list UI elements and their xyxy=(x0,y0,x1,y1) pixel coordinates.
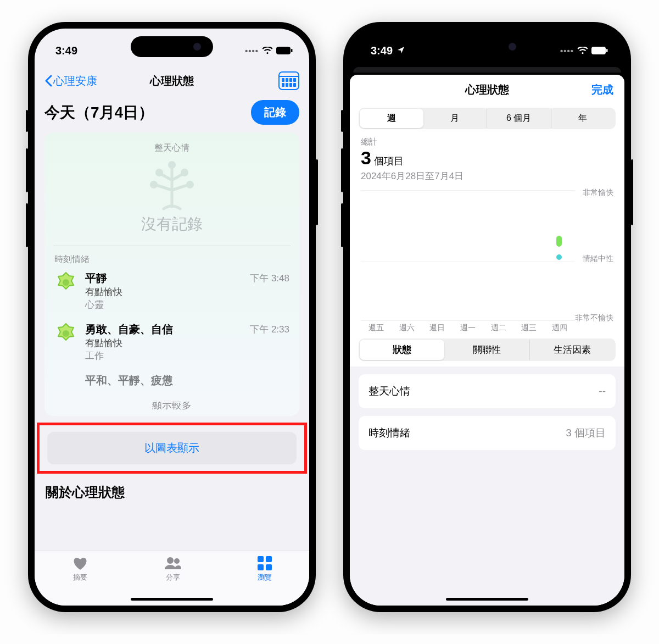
home-indicator[interactable] xyxy=(446,598,528,601)
grid-icon xyxy=(258,556,272,570)
seg-week[interactable]: 週 xyxy=(360,109,423,128)
entry-subtitle: 有點愉快 xyxy=(85,337,242,349)
svg-rect-12 xyxy=(266,556,272,562)
chevron-left-icon xyxy=(44,75,52,87)
highlight-box: 以圖表顯示 xyxy=(37,423,307,474)
mood-entry[interactable]: 平靜 有點愉快 心靈 下午 3:48 xyxy=(54,271,289,311)
entry-tag: 工作 xyxy=(85,349,242,362)
chart-point xyxy=(556,254,562,260)
mood-entry[interactable]: 勇敢、自豪、自信 有點愉快 工作 下午 2:33 xyxy=(54,322,289,362)
seg-month[interactable]: 月 xyxy=(423,109,487,128)
tab-bar: 摘要 分享 瀏覽 xyxy=(35,550,309,606)
dynamic-island xyxy=(131,36,213,57)
people-icon xyxy=(164,556,182,570)
tab-share[interactable]: 分享 xyxy=(164,556,182,582)
svg-rect-13 xyxy=(258,564,264,570)
location-icon xyxy=(397,46,405,54)
time-range-segmented: 週 月 6 個月 年 xyxy=(359,108,616,129)
done-button[interactable]: 完成 xyxy=(591,82,613,97)
x-tick: 週六 xyxy=(392,323,422,333)
tab-label: 瀏覽 xyxy=(258,573,272,582)
flower-icon xyxy=(54,373,77,396)
svg-point-9 xyxy=(167,557,174,564)
sheet-title: 心理狀態 xyxy=(465,82,509,97)
flower-icon xyxy=(54,271,77,294)
today-title: 今天（7月4日） xyxy=(44,102,154,123)
record-button[interactable]: 記錄 xyxy=(251,100,299,125)
svg-point-10 xyxy=(174,558,180,564)
x-tick: 週二 xyxy=(483,323,514,333)
wifi-icon xyxy=(262,47,273,54)
svg-rect-11 xyxy=(258,556,264,562)
view-mode-segmented: 狀態 關聯性 生活因素 xyxy=(359,338,616,361)
tab-browse[interactable]: 瀏覽 xyxy=(258,556,272,582)
status-time: 3:49 xyxy=(371,45,405,57)
phone-right: 3:49 •••• 心理狀態 完成 週 xyxy=(343,22,631,612)
seg-state[interactable]: 狀態 xyxy=(360,340,444,360)
svg-rect-16 xyxy=(606,49,608,52)
summary-date-range: 2024年6月28日至7月4日 xyxy=(361,170,613,182)
seg-correlation[interactable]: 關聯性 xyxy=(444,340,529,360)
stat-allday[interactable]: 整天心情 -- xyxy=(359,374,616,408)
svg-rect-14 xyxy=(266,564,272,570)
nav-bar: 心理安康 心理狀態 xyxy=(35,67,309,95)
entry-title: 平和、平靜、疲憊 xyxy=(85,373,289,388)
seg-6month[interactable]: 6 個月 xyxy=(487,109,551,128)
summary-count: 3 個項目 xyxy=(361,147,613,169)
status-time: 3:49 xyxy=(55,45,77,57)
svg-rect-15 xyxy=(591,47,606,54)
mood-entry[interactable]: 平和、平靜、疲憊 xyxy=(54,373,289,396)
stats-section: 整天心情 -- 時刻情緒 3 個項目 xyxy=(350,367,624,606)
entry-time: 下午 3:48 xyxy=(250,272,289,285)
stat-moment[interactable]: 時刻情緒 3 個項目 xyxy=(359,416,616,450)
x-tick: 週日 xyxy=(422,323,453,333)
tab-label: 摘要 xyxy=(73,573,87,582)
entry-time: 下午 2:33 xyxy=(250,323,289,336)
stat-label: 整天心情 xyxy=(368,384,410,398)
x-tick: 週三 xyxy=(514,323,545,333)
tab-summary[interactable]: 摘要 xyxy=(72,556,88,582)
no-record-label: 沒有記錄 xyxy=(54,214,289,235)
summary-block: 總計 3 個項目 2024年6月28日至7月4日 xyxy=(350,132,624,182)
about-heading: 關於心理狀態 xyxy=(46,484,298,501)
svg-rect-1 xyxy=(291,49,293,52)
back-label: 心理安康 xyxy=(53,74,97,88)
tree-icon xyxy=(54,158,289,210)
wifi-icon xyxy=(577,47,588,54)
tab-label: 分享 xyxy=(166,573,180,582)
x-axis: 週五 週六 週日 週一 週二 週三 週四 xyxy=(361,323,575,333)
battery-icon xyxy=(276,47,293,54)
entry-title: 勇敢、自豪、自信 xyxy=(85,322,242,337)
mood-chart[interactable]: 非常愉快 情緒中性 非常不愉快 週五 週六 週日 週一 週二 週三 週四 xyxy=(361,190,613,333)
y-label-mid: 情緒中性 xyxy=(583,254,613,264)
y-label-bot: 非常不愉快 xyxy=(575,313,613,323)
cellular-icon: •••• xyxy=(560,46,574,55)
mood-card: 整天心情 沒有記錄 時刻情緒 平靜 有點愉快 心靈 下午 3:48 xyxy=(44,132,299,416)
home-indicator[interactable] xyxy=(131,598,213,601)
allday-mood-label: 整天心情 xyxy=(54,142,289,154)
today-header: 今天（7月4日） 記錄 xyxy=(44,100,299,125)
x-tick: 週五 xyxy=(361,323,392,333)
heart-icon xyxy=(72,556,88,570)
seg-year[interactable]: 年 xyxy=(551,109,615,128)
svg-rect-0 xyxy=(276,47,291,54)
show-chart-button[interactable]: 以圖表顯示 xyxy=(47,432,297,464)
summary-label: 總計 xyxy=(361,137,613,147)
modal-sheet: 心理狀態 完成 週 月 6 個月 年 總計 3 個項目 2024年6月28日至7… xyxy=(350,75,624,606)
show-more-button[interactable]: 顯示較多 xyxy=(54,398,289,412)
svg-point-7 xyxy=(63,279,69,286)
y-label-top: 非常愉快 xyxy=(583,188,613,198)
sheet-nav: 心理狀態 完成 xyxy=(350,75,624,104)
back-button[interactable]: 心理安康 xyxy=(44,74,97,88)
flower-icon xyxy=(54,322,77,345)
cellular-icon: •••• xyxy=(245,46,259,55)
stat-value: -- xyxy=(599,385,606,397)
seg-factors[interactable]: 生活因素 xyxy=(529,340,615,360)
entry-tag: 心靈 xyxy=(85,298,242,311)
screen-right: 3:49 •••• 心理狀態 完成 週 xyxy=(350,29,624,606)
phone-left: 3:49 •••• 心理安康 心理狀態 今天（7月4日） 記錄 xyxy=(28,22,316,612)
calendar-button[interactable] xyxy=(278,71,299,90)
dynamic-island xyxy=(446,36,528,57)
battery-icon xyxy=(591,47,608,54)
x-tick: 週一 xyxy=(453,323,483,333)
